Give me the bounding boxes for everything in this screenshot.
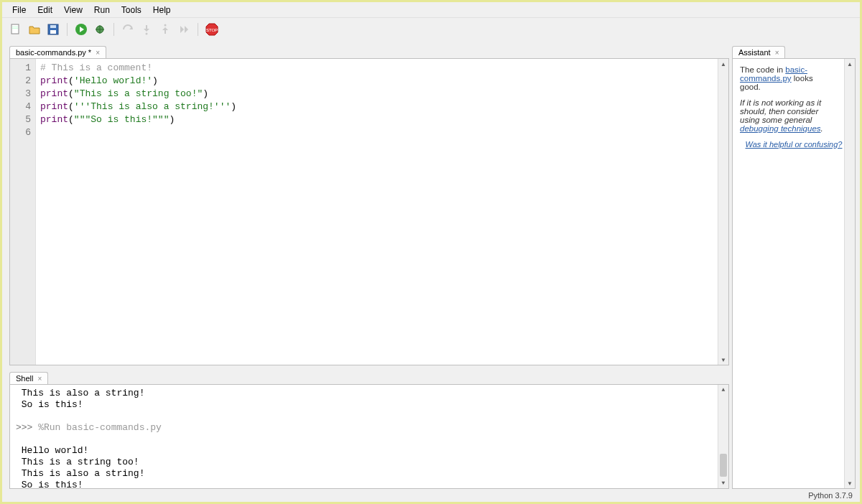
- python-version: Python 3.7.9: [808, 491, 853, 500]
- save-icon: [47, 24, 59, 35]
- save-button[interactable]: [47, 23, 60, 36]
- code-line[interactable]: print("""So is this!"""): [40, 113, 724, 126]
- code-editor[interactable]: # This is a comment!print('Hello world!'…: [36, 59, 728, 365]
- close-icon[interactable]: ×: [96, 49, 100, 57]
- step-over-icon: [122, 24, 134, 35]
- tab-label: Assistant: [738, 48, 771, 57]
- tab-editor-file[interactable]: basic-commands.py * ×: [9, 46, 106, 58]
- run-button[interactable]: [75, 23, 88, 36]
- svg-point-11: [164, 24, 167, 27]
- scroll-down-icon[interactable]: ▼: [718, 478, 728, 488]
- menu-edit[interactable]: Edit: [32, 4, 58, 17]
- step-over-button[interactable]: [121, 23, 134, 36]
- assistant-feedback-link[interactable]: Was it helpful or confusing?: [740, 140, 848, 149]
- tab-label: Shell: [16, 374, 33, 383]
- debug-button[interactable]: [93, 23, 106, 36]
- tab-assistant[interactable]: Assistant ×: [732, 46, 785, 58]
- svg-rect-2: [12, 28, 18, 29]
- toolbar-separator: [113, 23, 114, 36]
- line-number-gutter: 123456: [10, 59, 36, 365]
- code-line[interactable]: print('''This is also a string!'''): [40, 101, 724, 113]
- new-file-button[interactable]: [9, 23, 22, 36]
- editor-pane: basic-commands.py * × 123456 # This is a…: [9, 42, 729, 365]
- tab-shell[interactable]: Shell ×: [9, 372, 48, 384]
- shell-scrollbar[interactable]: ▲ ▼: [718, 385, 728, 488]
- svg-rect-4: [50, 30, 56, 34]
- assistant-link-debugging[interactable]: debugging techniques: [740, 124, 821, 133]
- toolbar-separator: [198, 23, 198, 36]
- step-into-button[interactable]: [140, 23, 153, 36]
- menu-help[interactable]: Help: [147, 4, 177, 17]
- svg-rect-5: [50, 25, 56, 28]
- code-line[interactable]: print("This is a string too!"): [40, 88, 724, 101]
- scroll-up-icon[interactable]: ▲: [718, 59, 728, 69]
- svg-text:STOP: STOP: [206, 28, 218, 32]
- menu-file[interactable]: File: [6, 4, 32, 17]
- close-icon[interactable]: ×: [775, 49, 779, 57]
- menu-tools[interactable]: Tools: [116, 4, 147, 17]
- debug-icon: [94, 24, 106, 35]
- step-into-icon: [141, 24, 152, 35]
- resume-icon: [178, 24, 190, 35]
- code-line[interactable]: print('Hello world!'): [40, 75, 724, 88]
- menu-run[interactable]: Run: [88, 4, 116, 17]
- open-file-button[interactable]: [28, 23, 41, 36]
- status-bar: Python 3.7.9: [2, 489, 860, 502]
- editor-scrollbar[interactable]: ▲ ▼: [718, 59, 728, 365]
- assistant-message-1: The code in basic-commands.py looks good…: [740, 65, 833, 91]
- scroll-thumb[interactable]: [720, 454, 727, 477]
- svg-rect-0: [11, 24, 19, 34]
- scroll-down-icon[interactable]: ▼: [845, 478, 855, 488]
- assistant-scrollbar[interactable]: ▲ ▼: [844, 59, 855, 488]
- new-file-icon: [10, 24, 22, 35]
- toolbar: STOP: [2, 18, 860, 41]
- scroll-down-icon[interactable]: ▼: [718, 355, 728, 365]
- shell-pane: Shell × This is also a string! So is thi…: [9, 368, 729, 489]
- scroll-up-icon[interactable]: ▲: [718, 385, 728, 395]
- code-line[interactable]: # This is a comment!: [40, 62, 724, 75]
- tab-label: basic-commands.py *: [16, 48, 91, 57]
- assistant-message-2: If it is not working as it should, then …: [740, 98, 833, 133]
- assistant-body: The code in basic-commands.py looks good…: [732, 58, 856, 489]
- assistant-pane: Assistant × The code in basic-commands.p…: [732, 42, 856, 489]
- step-out-icon: [159, 24, 171, 35]
- menu-view[interactable]: View: [58, 4, 88, 17]
- stop-icon: STOP: [205, 23, 218, 36]
- close-icon[interactable]: ×: [37, 375, 42, 383]
- svg-rect-1: [12, 27, 18, 27]
- toolbar-separator: [67, 23, 68, 36]
- stop-button[interactable]: STOP: [205, 23, 218, 36]
- menu-bar: FileEditViewRunToolsHelp: [2, 2, 860, 18]
- shell-output[interactable]: This is also a string! So is this! >>> %…: [9, 384, 729, 489]
- scroll-up-icon[interactable]: ▲: [845, 59, 855, 69]
- resume-button[interactable]: [177, 23, 190, 36]
- open-folder-icon: [29, 24, 40, 35]
- run-icon: [75, 23, 88, 36]
- svg-point-10: [146, 33, 148, 35]
- step-out-button[interactable]: [159, 23, 172, 36]
- code-line[interactable]: [40, 126, 724, 139]
